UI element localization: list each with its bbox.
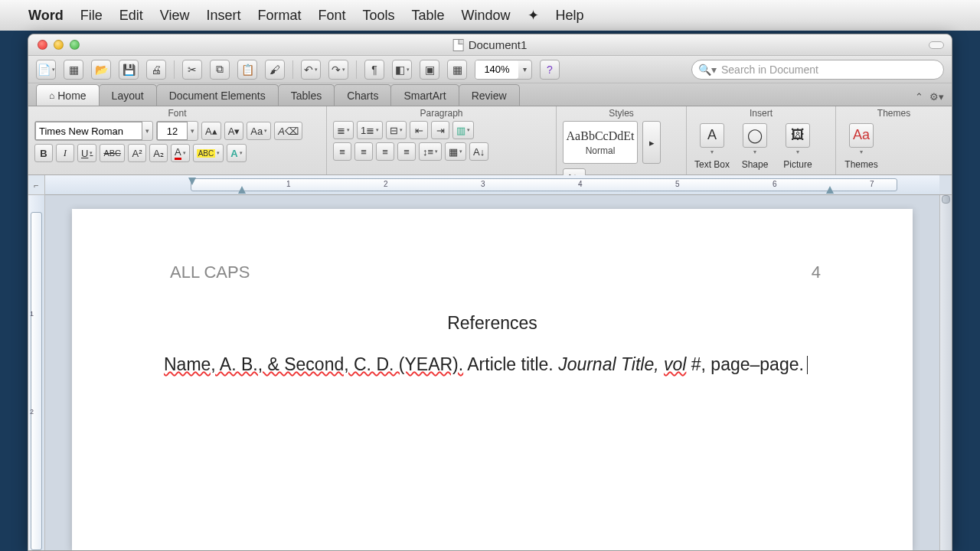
style-normal[interactable]: AaBbCcDdEt Normal <box>563 121 638 164</box>
menu-format[interactable]: Format <box>257 8 301 24</box>
tab-review[interactable]: Review <box>459 84 520 106</box>
group-label-paragraph: Paragraph <box>333 108 550 119</box>
text-effects-button[interactable]: A <box>227 144 246 162</box>
script-menu-icon[interactable]: ✦ <box>528 7 539 24</box>
italic-button[interactable]: I <box>56 144 74 162</box>
increase-indent-button[interactable]: ⇥ <box>431 121 449 139</box>
change-case-button[interactable]: Aa <box>247 122 271 140</box>
clear-formatting-button[interactable]: A⌫ <box>274 122 302 140</box>
open-button[interactable]: 📂 <box>91 60 111 80</box>
ref-authors: Name, A. B., & Second, C. D. (YEAR). <box>164 354 463 374</box>
scrollbar-thumb[interactable] <box>942 195 950 204</box>
borders-button[interactable]: ▦ <box>445 142 466 161</box>
menu-edit[interactable]: Edit <box>119 8 143 24</box>
app-name[interactable]: Word <box>28 8 64 24</box>
align-left-button[interactable]: ≡ <box>333 142 351 161</box>
tab-tables[interactable]: Tables <box>278 84 335 106</box>
menu-window[interactable]: Window <box>462 8 511 24</box>
redo-button[interactable]: ↷ <box>328 60 348 80</box>
toolbox-button[interactable]: ▣ <box>420 60 439 80</box>
zoom-dropdown-icon[interactable]: ▾ <box>518 65 531 73</box>
home-icon: ⌂ <box>49 90 54 101</box>
paste-button[interactable]: 📋 <box>237 60 257 80</box>
ref-article: Article title. <box>463 354 558 374</box>
horizontal-ruler[interactable]: 1 2 3 4 5 6 7 <box>45 175 939 195</box>
toolbar-toggle-button[interactable] <box>929 41 944 49</box>
sort-button[interactable]: A↓ <box>469 142 488 161</box>
search-placeholder: Search in Document <box>721 64 818 76</box>
bullet-list-button[interactable]: ≣ <box>333 121 354 139</box>
text-cursor <box>807 356 808 374</box>
justify-button[interactable]: ≡ <box>397 142 416 161</box>
zoom-value[interactable]: 140% <box>475 60 518 79</box>
tab-charts[interactable]: Charts <box>334 84 391 106</box>
search-input[interactable]: 🔍▾ Search in Document <box>691 60 944 80</box>
tab-smartart[interactable]: SmartArt <box>390 84 459 106</box>
insert-textbox-button[interactable]: A▾Text Box <box>693 123 731 170</box>
zoom-control[interactable]: 140% ▾ <box>475 60 532 80</box>
page[interactable]: ALL CAPS 4 References Name, A. B., & Sec… <box>72 209 913 550</box>
collapse-ribbon-button[interactable]: ⌃ <box>915 91 923 103</box>
align-right-button[interactable]: ≡ <box>376 142 394 161</box>
shrink-font-button[interactable]: A▾ <box>224 122 244 140</box>
tab-document-elements[interactable]: Document Elements <box>156 84 279 106</box>
sidebar-button[interactable]: ◧ <box>392 60 412 80</box>
font-color-button[interactable]: A <box>171 144 190 162</box>
menu-table[interactable]: Table <box>412 8 445 24</box>
menubar: Word File Edit View Insert Format Font T… <box>0 0 980 31</box>
multilevel-list-button[interactable]: ⊟ <box>386 121 407 139</box>
menu-file[interactable]: File <box>80 8 103 24</box>
themes-button[interactable]: Aa▾Themes <box>842 123 880 170</box>
font-size-input[interactable] <box>157 122 188 140</box>
menu-font[interactable]: Font <box>318 8 345 24</box>
subscript-button[interactable]: A₂ <box>149 144 168 162</box>
show-formatting-button[interactable]: ¶ <box>364 60 384 80</box>
minimize-button[interactable] <box>54 40 64 50</box>
style-name: Normal <box>586 145 616 156</box>
highlight-button[interactable]: ABC <box>193 144 224 162</box>
save-button[interactable]: 💾 <box>119 60 139 80</box>
menu-help[interactable]: Help <box>556 8 584 24</box>
grow-font-button[interactable]: A▴ <box>201 122 221 140</box>
align-center-button[interactable]: ≡ <box>354 142 373 161</box>
media-browser-button[interactable]: ▦ <box>447 60 467 80</box>
page-canvas[interactable]: ALL CAPS 4 References Name, A. B., & Sec… <box>45 195 939 550</box>
font-name-input[interactable] <box>35 122 142 140</box>
menu-insert[interactable]: Insert <box>206 8 240 24</box>
superscript-button[interactable]: A² <box>128 144 146 162</box>
menu-tools[interactable]: Tools <box>363 8 395 24</box>
styles-expand-button[interactable]: ▸ <box>642 121 661 164</box>
vertical-scrollbar[interactable] <box>939 195 952 550</box>
bold-button[interactable]: B <box>34 144 53 162</box>
insert-shape-button[interactable]: ◯▾Shape <box>736 123 774 170</box>
numbered-list-button[interactable]: 1≣ <box>357 121 383 139</box>
zoom-button[interactable] <box>70 40 80 50</box>
tab-selector[interactable]: ⌐ <box>28 175 45 195</box>
font-name-combo[interactable]: ▾ <box>34 121 153 141</box>
ribbon-settings-button[interactable]: ⚙▾ <box>929 91 944 103</box>
font-size-combo[interactable]: ▾ <box>156 121 198 141</box>
vertical-ruler[interactable]: 1 2 <box>28 195 45 550</box>
new-from-template-button[interactable]: ▦ <box>64 60 83 80</box>
new-document-button[interactable]: 📄 <box>36 60 56 80</box>
help-button[interactable]: ? <box>540 60 560 80</box>
format-painter-button[interactable]: 🖌 <box>265 60 285 80</box>
decrease-indent-button[interactable]: ⇤ <box>410 121 428 139</box>
insert-picture-button[interactable]: 🖼▾Picture <box>779 123 817 170</box>
print-button[interactable]: 🖨 <box>146 60 166 80</box>
strikethrough-button[interactable]: ABC <box>100 144 125 162</box>
copy-button[interactable]: ⧉ <box>210 60 230 80</box>
reference-entry[interactable]: Name, A. B., & Second, C. D. (YEAR). Art… <box>164 352 821 377</box>
close-button[interactable] <box>38 40 47 50</box>
line-spacing-button[interactable]: ↕≡ <box>419 142 442 161</box>
columns-button[interactable]: ▥ <box>452 121 474 139</box>
undo-button[interactable]: ↶ <box>301 60 321 80</box>
tab-layout[interactable]: Layout <box>99 84 157 106</box>
ribbon-group-paragraph: Paragraph ≣ 1≣ ⊟ ⇤ ⇥ ▥ ≡ ≡ ≡ ≡ ↕≡ ▦ <box>327 106 557 174</box>
cut-button[interactable]: ✂ <box>182 60 202 80</box>
menu-view[interactable]: View <box>160 8 190 24</box>
underline-button[interactable]: U <box>77 144 96 162</box>
split-handle[interactable] <box>939 175 952 195</box>
references-heading: References <box>164 313 821 334</box>
tab-home[interactable]: ⌂Home <box>36 84 100 106</box>
